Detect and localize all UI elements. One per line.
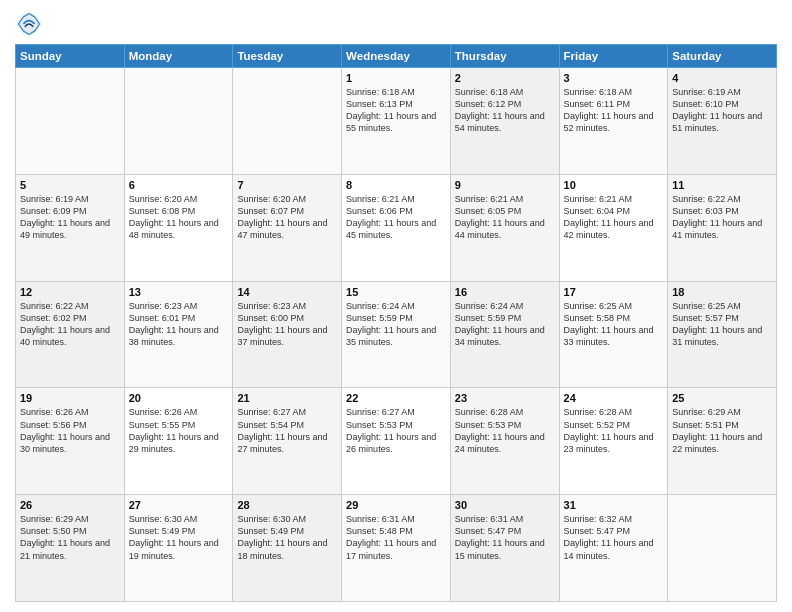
calendar-cell: 30Sunrise: 6:31 AMSunset: 5:47 PMDayligh… (450, 495, 559, 602)
calendar-cell: 21Sunrise: 6:27 AMSunset: 5:54 PMDayligh… (233, 388, 342, 495)
cell-info: Sunrise: 6:26 AMSunset: 5:56 PMDaylight:… (20, 406, 120, 455)
day-number: 25 (672, 392, 772, 404)
calendar-table: SundayMondayTuesdayWednesdayThursdayFrid… (15, 44, 777, 602)
day-number: 21 (237, 392, 337, 404)
cell-info: Sunrise: 6:28 AMSunset: 5:52 PMDaylight:… (564, 406, 664, 455)
calendar-cell: 26Sunrise: 6:29 AMSunset: 5:50 PMDayligh… (16, 495, 125, 602)
cell-info: Sunrise: 6:26 AMSunset: 5:55 PMDaylight:… (129, 406, 229, 455)
cell-info: Sunrise: 6:20 AMSunset: 6:07 PMDaylight:… (237, 193, 337, 242)
cell-info: Sunrise: 6:31 AMSunset: 5:47 PMDaylight:… (455, 513, 555, 562)
day-number: 14 (237, 286, 337, 298)
header (15, 10, 777, 38)
calendar-cell: 25Sunrise: 6:29 AMSunset: 5:51 PMDayligh… (668, 388, 777, 495)
cell-info: Sunrise: 6:23 AMSunset: 6:01 PMDaylight:… (129, 300, 229, 349)
day-number: 20 (129, 392, 229, 404)
cell-info: Sunrise: 6:27 AMSunset: 5:53 PMDaylight:… (346, 406, 446, 455)
calendar-cell: 2Sunrise: 6:18 AMSunset: 6:12 PMDaylight… (450, 68, 559, 175)
calendar-cell: 6Sunrise: 6:20 AMSunset: 6:08 PMDaylight… (124, 174, 233, 281)
day-number: 17 (564, 286, 664, 298)
cell-info: Sunrise: 6:18 AMSunset: 6:13 PMDaylight:… (346, 86, 446, 135)
calendar-cell: 23Sunrise: 6:28 AMSunset: 5:53 PMDayligh… (450, 388, 559, 495)
day-number: 3 (564, 72, 664, 84)
day-number: 26 (20, 499, 120, 511)
cell-info: Sunrise: 6:21 AMSunset: 6:05 PMDaylight:… (455, 193, 555, 242)
cell-info: Sunrise: 6:28 AMSunset: 5:53 PMDaylight:… (455, 406, 555, 455)
day-number: 28 (237, 499, 337, 511)
day-header-saturday: Saturday (668, 45, 777, 68)
cell-info: Sunrise: 6:29 AMSunset: 5:51 PMDaylight:… (672, 406, 772, 455)
calendar-week-4: 26Sunrise: 6:29 AMSunset: 5:50 PMDayligh… (16, 495, 777, 602)
day-number: 31 (564, 499, 664, 511)
cell-info: Sunrise: 6:21 AMSunset: 6:04 PMDaylight:… (564, 193, 664, 242)
day-number: 4 (672, 72, 772, 84)
day-number: 15 (346, 286, 446, 298)
calendar-cell: 13Sunrise: 6:23 AMSunset: 6:01 PMDayligh… (124, 281, 233, 388)
cell-info: Sunrise: 6:19 AMSunset: 6:09 PMDaylight:… (20, 193, 120, 242)
cell-info: Sunrise: 6:23 AMSunset: 6:00 PMDaylight:… (237, 300, 337, 349)
calendar-cell: 28Sunrise: 6:30 AMSunset: 5:49 PMDayligh… (233, 495, 342, 602)
day-number: 11 (672, 179, 772, 191)
calendar-cell: 3Sunrise: 6:18 AMSunset: 6:11 PMDaylight… (559, 68, 668, 175)
cell-info: Sunrise: 6:30 AMSunset: 5:49 PMDaylight:… (237, 513, 337, 562)
cell-info: Sunrise: 6:31 AMSunset: 5:48 PMDaylight:… (346, 513, 446, 562)
logo (15, 10, 47, 38)
calendar-cell: 5Sunrise: 6:19 AMSunset: 6:09 PMDaylight… (16, 174, 125, 281)
calendar-cell: 16Sunrise: 6:24 AMSunset: 5:59 PMDayligh… (450, 281, 559, 388)
calendar-cell: 15Sunrise: 6:24 AMSunset: 5:59 PMDayligh… (342, 281, 451, 388)
day-header-monday: Monday (124, 45, 233, 68)
day-number: 1 (346, 72, 446, 84)
day-number: 18 (672, 286, 772, 298)
cell-info: Sunrise: 6:19 AMSunset: 6:10 PMDaylight:… (672, 86, 772, 135)
cell-info: Sunrise: 6:24 AMSunset: 5:59 PMDaylight:… (455, 300, 555, 349)
day-number: 12 (20, 286, 120, 298)
logo-icon (15, 10, 43, 38)
calendar-cell: 19Sunrise: 6:26 AMSunset: 5:56 PMDayligh… (16, 388, 125, 495)
cell-info: Sunrise: 6:20 AMSunset: 6:08 PMDaylight:… (129, 193, 229, 242)
calendar-cell: 24Sunrise: 6:28 AMSunset: 5:52 PMDayligh… (559, 388, 668, 495)
day-number: 22 (346, 392, 446, 404)
day-number: 5 (20, 179, 120, 191)
day-header-sunday: Sunday (16, 45, 125, 68)
calendar-cell: 1Sunrise: 6:18 AMSunset: 6:13 PMDaylight… (342, 68, 451, 175)
day-number: 8 (346, 179, 446, 191)
day-number: 29 (346, 499, 446, 511)
calendar-week-1: 5Sunrise: 6:19 AMSunset: 6:09 PMDaylight… (16, 174, 777, 281)
calendar-cell: 20Sunrise: 6:26 AMSunset: 5:55 PMDayligh… (124, 388, 233, 495)
calendar-week-0: 1Sunrise: 6:18 AMSunset: 6:13 PMDaylight… (16, 68, 777, 175)
cell-info: Sunrise: 6:18 AMSunset: 6:12 PMDaylight:… (455, 86, 555, 135)
day-header-wednesday: Wednesday (342, 45, 451, 68)
cell-info: Sunrise: 6:27 AMSunset: 5:54 PMDaylight:… (237, 406, 337, 455)
day-number: 19 (20, 392, 120, 404)
cell-info: Sunrise: 6:24 AMSunset: 5:59 PMDaylight:… (346, 300, 446, 349)
calendar-cell (124, 68, 233, 175)
calendar-cell (233, 68, 342, 175)
day-number: 23 (455, 392, 555, 404)
day-number: 16 (455, 286, 555, 298)
day-number: 10 (564, 179, 664, 191)
day-number: 30 (455, 499, 555, 511)
cell-info: Sunrise: 6:32 AMSunset: 5:47 PMDaylight:… (564, 513, 664, 562)
cell-info: Sunrise: 6:22 AMSunset: 6:03 PMDaylight:… (672, 193, 772, 242)
calendar-cell: 22Sunrise: 6:27 AMSunset: 5:53 PMDayligh… (342, 388, 451, 495)
calendar-cell (16, 68, 125, 175)
day-header-thursday: Thursday (450, 45, 559, 68)
cell-info: Sunrise: 6:30 AMSunset: 5:49 PMDaylight:… (129, 513, 229, 562)
calendar-cell: 31Sunrise: 6:32 AMSunset: 5:47 PMDayligh… (559, 495, 668, 602)
cell-info: Sunrise: 6:29 AMSunset: 5:50 PMDaylight:… (20, 513, 120, 562)
day-number: 7 (237, 179, 337, 191)
page: SundayMondayTuesdayWednesdayThursdayFrid… (0, 0, 792, 612)
calendar-cell (668, 495, 777, 602)
day-number: 27 (129, 499, 229, 511)
day-number: 6 (129, 179, 229, 191)
calendar-cell: 18Sunrise: 6:25 AMSunset: 5:57 PMDayligh… (668, 281, 777, 388)
cell-info: Sunrise: 6:21 AMSunset: 6:06 PMDaylight:… (346, 193, 446, 242)
calendar-cell: 14Sunrise: 6:23 AMSunset: 6:00 PMDayligh… (233, 281, 342, 388)
calendar-cell: 29Sunrise: 6:31 AMSunset: 5:48 PMDayligh… (342, 495, 451, 602)
calendar-cell: 11Sunrise: 6:22 AMSunset: 6:03 PMDayligh… (668, 174, 777, 281)
day-header-tuesday: Tuesday (233, 45, 342, 68)
cell-info: Sunrise: 6:25 AMSunset: 5:58 PMDaylight:… (564, 300, 664, 349)
calendar-cell: 7Sunrise: 6:20 AMSunset: 6:07 PMDaylight… (233, 174, 342, 281)
day-number: 9 (455, 179, 555, 191)
calendar-cell: 9Sunrise: 6:21 AMSunset: 6:05 PMDaylight… (450, 174, 559, 281)
calendar-header-row: SundayMondayTuesdayWednesdayThursdayFrid… (16, 45, 777, 68)
